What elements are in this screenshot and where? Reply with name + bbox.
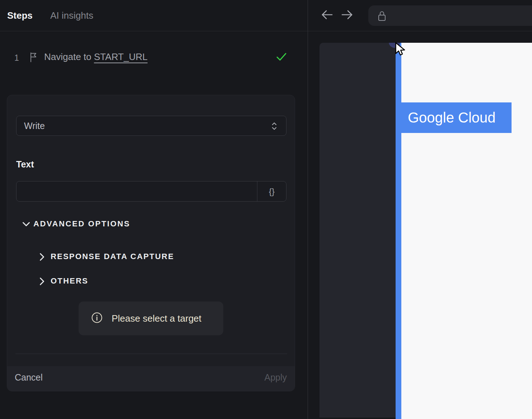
advanced-options-toggle[interactable]: ADVANCED OPTIONS <box>7 218 295 231</box>
action-select-value: Write <box>24 121 45 131</box>
site-accent-stripe <box>396 43 401 419</box>
left-topbar: Steps AI insights <box>0 0 308 31</box>
lock-icon <box>377 10 387 23</box>
panel-divider <box>308 0 308 419</box>
apply-button[interactable]: Apply <box>264 372 287 383</box>
response-data-capture-label: RESPONSE DATA CAPTURE <box>51 252 174 261</box>
response-data-capture-toggle[interactable]: RESPONSE DATA CAPTURE <box>7 251 295 263</box>
select-target-text: Please select a target <box>112 313 201 324</box>
advanced-options-label: ADVANCED OPTIONS <box>33 219 130 229</box>
cursor-icon <box>395 42 408 59</box>
cancel-button[interactable]: Cancel <box>15 372 43 383</box>
text-field-label: Text <box>16 159 34 170</box>
action-select[interactable]: Write <box>16 116 286 136</box>
forward-arrow-icon[interactable] <box>341 9 353 21</box>
card-footer: Cancel Apply <box>7 366 295 391</box>
select-target-notice: Please select a target <box>79 301 223 335</box>
chevron-down-icon <box>22 222 30 228</box>
site-sidebar <box>319 43 396 418</box>
others-toggle[interactable]: OTHERS <box>7 276 295 287</box>
flag-icon <box>29 52 37 64</box>
back-arrow-icon[interactable] <box>321 9 333 21</box>
step-number: 1 <box>14 53 19 63</box>
app-window: Steps AI insights 1 Navigate to START_UR… <box>0 0 532 419</box>
address-bar[interactable] <box>368 5 532 26</box>
step-editor-card: Write Text {} ADVANCED OPTIONS <box>7 95 295 391</box>
step-title: Navigate to START_URL <box>44 51 148 63</box>
start-url-link[interactable]: START_URL <box>94 51 148 62</box>
text-input[interactable] <box>17 181 257 201</box>
chevron-right-icon <box>39 253 45 263</box>
tab-steps[interactable]: Steps <box>7 10 33 21</box>
step-row-1[interactable]: 1 Navigate to START_URL <box>0 50 308 69</box>
site-page <box>401 43 532 419</box>
text-input-wrap: {} <box>16 181 286 202</box>
google-cloud-banner[interactable]: Google Cloud <box>401 102 512 133</box>
card-divider <box>15 354 287 354</box>
chevron-right-icon <box>39 277 45 287</box>
tab-ai-insights[interactable]: AI insights <box>50 10 93 21</box>
success-check-icon <box>276 52 287 63</box>
insert-variable-button[interactable]: {} <box>257 181 286 201</box>
browser-preview: Google Cloud <box>319 43 532 419</box>
google-cloud-heading: Google Cloud <box>408 110 496 126</box>
chevron-updown-icon <box>271 121 277 132</box>
address-input[interactable] <box>391 9 529 23</box>
others-label: OTHERS <box>51 276 88 286</box>
info-icon <box>91 312 103 325</box>
